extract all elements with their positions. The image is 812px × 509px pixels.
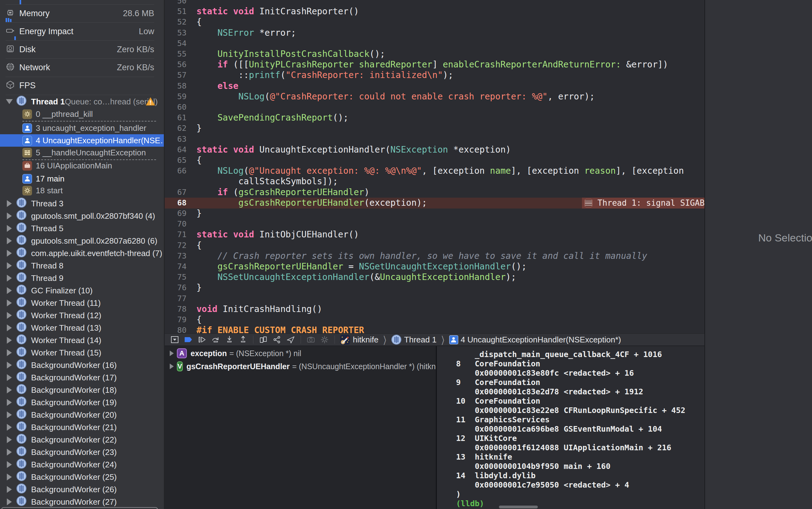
thread-row[interactable]: BackgroundWorker (25)	[0, 471, 164, 483]
variables-view[interactable]: Aexception= (NSException *) nilVgsCrashR…	[165, 346, 436, 509]
memory-graph-button[interactable]	[272, 335, 282, 345]
line-number[interactable]: 63	[165, 134, 193, 144]
line-number[interactable]: 72	[165, 240, 193, 251]
thread-row[interactable]: Thread 3	[0, 197, 164, 210]
variable-row[interactable]: VgsCrashReporterUEHandler= (NSUncaughtEx…	[165, 361, 436, 372]
breadcrumb-item[interactable]: 4 UncaughtExceptionHandler(NSException*)	[449, 335, 621, 345]
code-line[interactable]: 75 NSSetUncaughtExceptionHandler(&Uncaug…	[165, 272, 705, 283]
execution-highlight-line[interactable]: 68 gsCrashReporterUEHandler(exception);T…	[165, 198, 705, 208]
variable-row[interactable]: Aexception= (NSException *) nil	[165, 347, 436, 359]
thread-row[interactable]: BackgroundWorker (26)	[0, 483, 164, 496]
line-number[interactable]: 65	[165, 155, 193, 166]
line-number[interactable]: 78	[165, 304, 193, 314]
thread-row[interactable]: BackgroundWorker (27)	[0, 496, 164, 508]
code-line[interactable]: 56 if ([[UnityPLCrashReporter sharedRepo…	[165, 59, 705, 70]
line-number[interactable]: 54	[165, 38, 193, 49]
thread-1-row[interactable]: Thread 1 Queue: co…hread (serial)	[0, 95, 164, 108]
disclosure-triangle-icon[interactable]	[7, 262, 12, 269]
line-number[interactable]: 66	[165, 166, 193, 176]
code-line[interactable]: 74 gsCrashReporterUEHandler = NSGetUncau…	[165, 261, 705, 272]
thread-row[interactable]: Worker Thread (14)	[0, 334, 164, 346]
thread-row[interactable]: Worker Thread (13)	[0, 321, 164, 334]
thread-row[interactable]: BackgroundWorker (23)	[0, 446, 164, 459]
thread-row[interactable]: BackgroundWorker (18)	[0, 384, 164, 396]
disclosure-triangle-icon[interactable]	[170, 364, 174, 369]
thread-row[interactable]: gputools.smt_poll.0x2807bf340 (4)	[0, 210, 164, 222]
disclosure-triangle-icon[interactable]	[7, 325, 12, 331]
line-number[interactable]: 64	[165, 144, 193, 155]
line-number[interactable]: 79	[165, 314, 193, 325]
code-line[interactable]: callStackSymbols]);	[165, 176, 705, 187]
line-number[interactable]: 69	[165, 208, 193, 219]
disclosure-triangle-icon[interactable]	[7, 386, 12, 394]
disclosure-triangle-icon[interactable]	[170, 350, 174, 356]
gauge-row-energy-impact[interactable]: Energy ImpactLow	[0, 22, 164, 40]
continue-button[interactable]	[197, 335, 207, 345]
line-number[interactable]: 51	[165, 6, 193, 17]
code-line[interactable]: 60	[165, 102, 705, 113]
code-line[interactable]: 69}	[165, 208, 705, 219]
annotation-menu-icon[interactable]	[584, 199, 592, 207]
line-number[interactable]: 60	[165, 102, 193, 112]
code-line[interactable]: 77	[165, 293, 705, 304]
thread-row[interactable]: BackgroundWorker (21)	[0, 421, 164, 434]
code-line[interactable]: 72{	[165, 240, 705, 251]
code-line[interactable]: 76}	[165, 282, 705, 293]
disclosure-triangle-icon[interactable]	[7, 411, 12, 418]
thread-row[interactable]: BackgroundWorker (24)	[0, 459, 164, 471]
breadcrumb-item[interactable]: hitknife	[340, 334, 378, 345]
disclosure-triangle-icon[interactable]	[7, 225, 12, 232]
disclosure-triangle-icon[interactable]	[7, 349, 12, 356]
code-line[interactable]: 80#if ENABLE_CUSTOM_CRASH_REPORTER	[165, 325, 705, 333]
step-out-button[interactable]	[238, 335, 248, 345]
disclosure-triangle-icon[interactable]	[7, 237, 12, 244]
line-number[interactable]: 74	[165, 261, 193, 272]
thread-row[interactable]: Worker Thread (11)	[0, 297, 164, 309]
step-into-button[interactable]	[224, 335, 234, 345]
stack-frame-row[interactable]: 17 main	[0, 172, 164, 185]
line-number[interactable]: 61	[165, 112, 193, 123]
thread-row[interactable]: BackgroundWorker (19)	[0, 396, 164, 409]
thread-row[interactable]: Thread 9	[0, 272, 164, 284]
code-line[interactable]: 65{	[165, 155, 705, 166]
stack-frame-row[interactable]: 4 UncaughtExceptionHandler(NSE…	[0, 134, 164, 147]
code-line[interactable]: 59 NSLog(@"CrashReporter: could not enab…	[165, 91, 705, 102]
debug-options-button[interactable]	[320, 335, 329, 345]
disclosure-triangle-icon[interactable]	[7, 374, 12, 381]
disclosure-triangle-icon[interactable]	[6, 99, 13, 104]
disclosure-triangle-icon[interactable]	[7, 399, 12, 406]
gauge-row-memory[interactable]: Memory28.6 MB	[0, 4, 164, 22]
line-number[interactable]: 75	[165, 272, 193, 282]
line-number[interactable]: 67	[165, 187, 193, 198]
line-number[interactable]: 77	[165, 293, 193, 304]
code-line[interactable]: 63	[165, 134, 705, 145]
code-line[interactable]: 58 else	[165, 81, 705, 92]
hide-debug-area-button[interactable]	[170, 335, 180, 345]
console-view[interactable]: _dispatch_main_queue_callback_4CF + 1016…	[437, 346, 705, 509]
gauge-row-network[interactable]: NetworkZero KB/s	[0, 59, 164, 76]
disclosure-triangle-icon[interactable]	[7, 362, 12, 369]
thread-row[interactable]: gputools.smt_poll.0x2807a6280 (6)	[0, 235, 164, 247]
code-line[interactable]: 64static void UncaughtExceptionHandler(N…	[165, 144, 705, 156]
disclosure-triangle-icon[interactable]	[7, 499, 12, 505]
thread-row[interactable]: Worker Thread (12)	[0, 309, 164, 321]
disclosure-triangle-icon[interactable]	[7, 461, 12, 468]
stack-frame-row[interactable]: 0 __pthread_kill	[0, 108, 164, 120]
disclosure-triangle-icon[interactable]	[7, 275, 12, 281]
thread-row[interactable]: BackgroundWorker (16)	[0, 359, 164, 371]
view-debugger-button[interactable]	[258, 335, 268, 345]
line-number[interactable]: 68	[165, 198, 193, 208]
code-line[interactable]: 73 // Crash reporter sets its own handle…	[165, 251, 705, 262]
code-line[interactable]: 62}	[165, 123, 705, 134]
stack-frame-row[interactable]: 5 __handleUncaughtException	[0, 146, 164, 159]
line-number[interactable]: 53	[165, 28, 193, 38]
thread-row[interactable]: BackgroundWorker (22)	[0, 434, 164, 446]
code-line[interactable]: 61 SavePendingCrashReport();	[165, 112, 705, 123]
line-number[interactable]: 59	[165, 91, 193, 102]
line-number[interactable]: 70	[165, 219, 193, 229]
disclosure-triangle-icon[interactable]	[7, 449, 12, 455]
code-line[interactable]: 52{	[165, 17, 705, 28]
code-line[interactable]: 51static void InitCrashReporter()	[165, 6, 705, 17]
source-editor[interactable]: 5051static void InitCrashReporter()52{53…	[165, 0, 705, 333]
screenshot-button[interactable]	[306, 335, 316, 345]
